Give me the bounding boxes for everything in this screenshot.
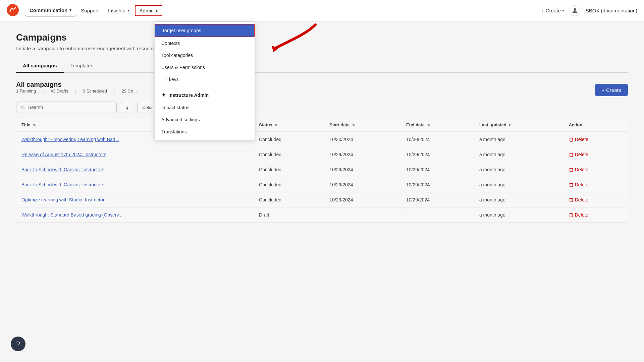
delete-button[interactable]: Delete [569, 137, 588, 142]
filter-button[interactable]: q [121, 102, 133, 113]
nav-insights[interactable]: Insights ▾ [104, 5, 133, 16]
cell-start-date: 10/30/2024 [324, 132, 401, 147]
table-row: Back to School with Canvas: Instructors … [16, 162, 628, 177]
trash-icon [569, 152, 574, 157]
cell-action: Delete [564, 162, 628, 177]
cell-action: Delete [564, 147, 628, 162]
sort-icon: ⇅ [275, 123, 277, 127]
campaign-link[interactable]: Walkthrough: Standard Based grading (Obs… [21, 212, 122, 218]
campaign-link[interactable]: Back to School with Canvas: Instructors [21, 182, 104, 187]
dropdown-item-instructure-admin: ✦ Instructure Admin [155, 88, 255, 102]
col-start-date[interactable]: Start date ⇅ [324, 118, 401, 132]
main-nav: Communication ▾ Support Insights ▾ Admin… [25, 5, 541, 16]
stats-row: 1 Running | 43 Drafts | 0 Scheduled | 29… [16, 88, 137, 94]
cell-start-date: 10/29/2024 [324, 192, 401, 207]
tab-templates[interactable]: Templates [64, 59, 100, 73]
cell-action: Delete [564, 192, 628, 207]
campaign-link[interactable]: Optimize learning with Studio: Instructo… [21, 197, 104, 202]
search-input[interactable] [28, 105, 112, 110]
stat-concluded: 29 Co... [121, 88, 137, 94]
trash-icon [569, 197, 574, 202]
dropdown-item-contexts[interactable]: Contexts [155, 37, 255, 49]
dropdown-item-impact-status[interactable]: Impact status [155, 102, 255, 114]
campaign-link[interactable]: Back to School with Canvas: Instructors [21, 167, 104, 172]
chevron-down-icon: ▾ [127, 8, 129, 13]
dropdown-item-users-permissions[interactable]: Users & Permissions [155, 61, 255, 73]
cell-status: Concluded [254, 192, 324, 207]
col-action: Action [564, 118, 628, 132]
sort-icon: ⇅ [352, 123, 355, 127]
create-button[interactable]: + Create ▾ [541, 8, 564, 13]
filters-row: q Columns visibility [16, 102, 628, 113]
delete-button[interactable]: Delete [569, 152, 588, 157]
main-content: Campaigns Initiate a campaign to enhance… [0, 21, 644, 233]
campaign-link[interactable]: Release of August 17th 2024: Instructors [21, 152, 106, 157]
cell-start-date: 10/29/2024 [324, 162, 401, 177]
cell-start-date: - [324, 207, 401, 223]
table-row: Back to School with Canvas: Instructors … [16, 177, 628, 192]
sort-icon: ⇅ [33, 123, 36, 127]
cell-start-date: 10/29/2024 [324, 177, 401, 192]
create-campaign-button[interactable]: + Create [595, 84, 628, 96]
table-header-row: Title ⇅ Status ⇅ Start date ⇅ End date ⇅ [16, 118, 628, 132]
section-header-row: All campaigns 1 Running | 43 Drafts | 0 … [16, 81, 628, 99]
tabs: All campaigns Templates [16, 59, 628, 73]
page-title: Campaigns [16, 32, 628, 43]
cell-title: Release of August 17th 2024: Instructors [16, 147, 254, 162]
dropdown-item-translations[interactable]: Translations [155, 126, 255, 138]
cell-last-updated: a month ago [474, 147, 564, 162]
chevron-down-icon: ▾ [562, 8, 564, 13]
cell-start-date: 10/29/2024 [324, 147, 401, 162]
table-row: Release of August 17th 2024: Instructors… [16, 147, 628, 162]
table-row: Walkthrough: Empowering Learning with Ba… [16, 132, 628, 147]
nav-admin[interactable]: Admin ▴ [135, 5, 163, 16]
cell-end-date: 10/30/2024 [401, 132, 474, 147]
cell-status: Draft [254, 207, 324, 223]
col-last-updated[interactable]: Last updated ▾ [474, 118, 564, 132]
delete-button[interactable]: Delete [569, 182, 588, 187]
header-right: + Create ▾ SBOX (documentation) [541, 5, 637, 16]
dropdown-item-advanced-settings[interactable]: Advanced settings [155, 114, 255, 126]
stat-running: 1 Running [16, 88, 36, 94]
col-status[interactable]: Status ⇅ [254, 118, 324, 132]
logo[interactable] [7, 4, 25, 17]
nav-communication[interactable]: Communication ▾ [25, 5, 75, 16]
delete-button[interactable]: Delete [569, 212, 588, 218]
nav-support[interactable]: Support [77, 5, 103, 16]
org-name[interactable]: SBOX (documentation) [586, 8, 637, 13]
delete-button[interactable]: Delete [569, 197, 588, 202]
trash-icon [569, 137, 574, 142]
dropdown-item-tool-categories[interactable]: Tool categories [155, 49, 255, 61]
cell-title: Walkthrough: Standard Based grading (Obs… [16, 207, 254, 223]
search-icon [20, 105, 25, 110]
trash-icon [569, 167, 574, 172]
dropdown-divider [155, 87, 255, 87]
cell-end-date: 10/29/2024 [401, 177, 474, 192]
main-header: Communication ▾ Support Insights ▾ Admin… [0, 0, 644, 21]
chevron-down-icon: ▾ [69, 8, 71, 12]
instructure-icon: ✦ [161, 92, 166, 98]
cell-status: Concluded [254, 177, 324, 192]
sort-icon: ⇅ [427, 123, 430, 127]
dropdown-item-lti-keys[interactable]: LTI keys [155, 73, 255, 85]
user-avatar[interactable] [570, 5, 580, 16]
delete-button[interactable]: Delete [569, 167, 588, 172]
cell-status: Concluded [254, 162, 324, 177]
cell-action: Delete [564, 177, 628, 192]
dropdown-item-target-user-groups[interactable]: Target user groups [155, 24, 255, 37]
cell-status: Concluded [254, 147, 324, 162]
section-title: All campaigns [16, 81, 137, 88]
col-end-date[interactable]: End date ⇅ [401, 118, 474, 132]
stat-drafts: 43 Drafts [51, 88, 68, 94]
trash-icon [569, 213, 574, 217]
campaign-link[interactable]: Walkthrough: Empowering Learning with Ba… [21, 137, 119, 142]
tab-all-campaigns[interactable]: All campaigns [16, 59, 64, 73]
trash-icon [569, 182, 574, 187]
table-row: Optimize learning with Studio: Instructo… [16, 192, 628, 207]
cell-end-date: 10/29/2024 [401, 192, 474, 207]
cell-title: Back to School with Canvas: Instructors [16, 162, 254, 177]
cell-end-date: 10/29/2024 [401, 162, 474, 177]
page-subtitle: Initiate a campaign to enhance user enga… [16, 46, 628, 51]
admin-dropdown-menu: Target user groups Contexts Tool categor… [154, 21, 255, 140]
search-box[interactable] [16, 102, 117, 113]
